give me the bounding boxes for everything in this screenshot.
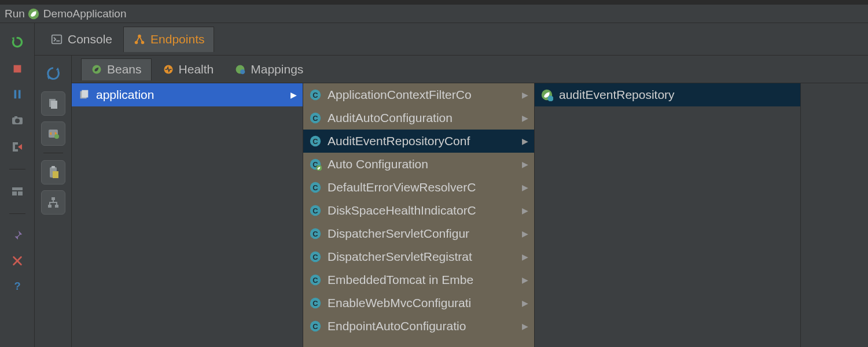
class-icon xyxy=(309,135,322,147)
list-item[interactable]: DiskSpaceHealthIndicatorC▶ xyxy=(303,199,534,222)
run-tool-stripe xyxy=(0,23,35,347)
item-label: EndpointAutoConfiguratio xyxy=(328,319,518,333)
list-item[interactable]: EmbeddedTomcat in Embe▶ xyxy=(303,268,534,291)
beans-columns: application▶ ApplicationContextFilterCo▶… xyxy=(72,83,868,347)
help-button[interactable] xyxy=(11,280,24,293)
tab-console[interactable]: Console xyxy=(41,27,122,52)
chevron-right-icon: ▶ xyxy=(522,90,528,99)
list-item[interactable]: AuditAutoConfiguration▶ xyxy=(303,106,534,130)
spring-bean-icon xyxy=(540,88,553,101)
class-icon xyxy=(309,227,322,240)
separator xyxy=(9,169,25,169)
column-configurations: ApplicationContextFilterCo▶AuditAutoConf… xyxy=(303,83,535,347)
list-item[interactable]: ApplicationContextFilterCo▶ xyxy=(303,83,534,106)
list-item[interactable]: DispatcherServletRegistrat▶ xyxy=(303,245,534,268)
list-item[interactable]: auditEventRepository xyxy=(535,83,800,106)
chevron-right-icon: ▶ xyxy=(522,136,528,146)
tab-endpoints[interactable]: Endpoints xyxy=(123,27,214,52)
class-icon xyxy=(309,88,322,101)
class-icon xyxy=(309,204,322,217)
run-label: Run xyxy=(5,8,25,20)
item-label: DefaultErrorViewResolverC xyxy=(328,180,518,194)
layout-button[interactable] xyxy=(10,184,24,198)
list-item[interactable]: DispatcherServletConfigur▶ xyxy=(303,222,534,245)
primary-tabs: Console Endpoints xyxy=(35,23,868,56)
main: Console Endpoints xyxy=(0,23,868,347)
content: Console Endpoints xyxy=(35,23,868,347)
tab-beans-label: Beans xyxy=(107,62,142,76)
show-library-beans-button[interactable] xyxy=(41,91,65,116)
row2: Beans Health Mappings application▶ Appli… xyxy=(35,56,868,347)
class-icon xyxy=(309,112,322,124)
stack-icon xyxy=(78,88,90,101)
item-label: DispatcherServletConfigur xyxy=(328,227,518,241)
panels: Beans Health Mappings application▶ Appli… xyxy=(72,56,868,347)
stop-button[interactable] xyxy=(11,62,24,75)
tab-endpoints-label: Endpoints xyxy=(150,32,204,46)
item-label: DiskSpaceHealthIndicatorC xyxy=(328,204,518,217)
console-icon xyxy=(50,33,63,46)
item-label: ApplicationContextFilterCo xyxy=(328,88,518,102)
run-titlebar: Run DemoApplication xyxy=(0,5,868,23)
list-item[interactable]: EndpointAutoConfiguratio▶ xyxy=(303,315,534,338)
column-contexts: application▶ xyxy=(72,83,303,347)
item-label: EnableWebMvcConfigurati xyxy=(328,296,518,310)
chevron-right-icon: ▶ xyxy=(522,229,528,238)
tab-mappings-label: Mappings xyxy=(251,62,303,76)
dump-threads-button[interactable] xyxy=(10,113,24,127)
list-item[interactable]: DefaultErrorViewResolverC▶ xyxy=(303,176,534,199)
rerun-button[interactable] xyxy=(10,35,25,50)
bean-icon xyxy=(91,64,102,75)
chevron-right-icon: ▶ xyxy=(522,113,528,123)
tab-mappings[interactable]: Mappings xyxy=(225,58,313,80)
chevron-right-icon: ▶ xyxy=(522,160,528,169)
show-doc-button[interactable] xyxy=(41,160,65,184)
show-contexts-button[interactable] xyxy=(41,121,65,146)
close-button[interactable] xyxy=(11,254,24,267)
chevron-right-icon: ▶ xyxy=(522,275,528,285)
separator xyxy=(43,153,63,153)
health-icon xyxy=(163,64,174,75)
spring-class-icon xyxy=(309,158,322,171)
list-item[interactable]: Auto Configuration▶ xyxy=(303,153,534,176)
tab-health[interactable]: Health xyxy=(153,58,224,80)
endpoints-icon xyxy=(133,33,146,46)
list-item[interactable]: EnableWebMvcConfigurati▶ xyxy=(303,291,534,315)
separator xyxy=(9,213,25,214)
chevron-right-icon: ▶ xyxy=(522,183,528,192)
tab-beans[interactable]: Beans xyxy=(81,58,152,80)
class-icon xyxy=(309,181,322,194)
chevron-right-icon: ▶ xyxy=(290,90,297,99)
top-strip xyxy=(0,0,868,5)
chevron-right-icon: ▶ xyxy=(522,252,528,261)
class-icon xyxy=(309,297,322,309)
refresh-button[interactable] xyxy=(41,61,65,86)
exit-button[interactable] xyxy=(10,140,24,154)
endpoints-toolbar xyxy=(35,56,72,347)
tab-console-label: Console xyxy=(68,32,112,46)
item-label: Auto Configuration xyxy=(328,157,518,171)
list-item[interactable]: application▶ xyxy=(72,83,303,106)
item-label: AuditAutoConfiguration xyxy=(328,111,518,125)
item-label: AuditEventRepositoryConf xyxy=(328,134,518,148)
class-icon xyxy=(309,320,322,333)
endpoint-tabs: Beans Health Mappings xyxy=(72,56,868,83)
pause-button[interactable] xyxy=(11,88,24,101)
class-icon xyxy=(309,274,322,286)
mappings-icon xyxy=(234,64,246,75)
item-label: application xyxy=(96,88,287,102)
item-label: EmbeddedTomcat in Embe xyxy=(328,273,518,287)
chevron-right-icon: ▶ xyxy=(522,322,528,331)
diagram-button[interactable] xyxy=(41,190,65,215)
class-icon xyxy=(309,250,322,263)
item-label: DispatcherServletRegistrat xyxy=(328,250,518,264)
chevron-right-icon: ▶ xyxy=(522,298,528,308)
pin-button[interactable] xyxy=(11,229,24,242)
spring-icon xyxy=(27,8,40,20)
tab-health-label: Health xyxy=(179,62,214,76)
item-label: auditEventRepository xyxy=(559,88,795,102)
app-name: DemoApplication xyxy=(43,8,127,20)
column-beans: auditEventRepository xyxy=(535,83,801,347)
list-item[interactable]: AuditEventRepositoryConf▶ xyxy=(303,130,534,153)
chevron-right-icon: ▶ xyxy=(522,206,528,215)
